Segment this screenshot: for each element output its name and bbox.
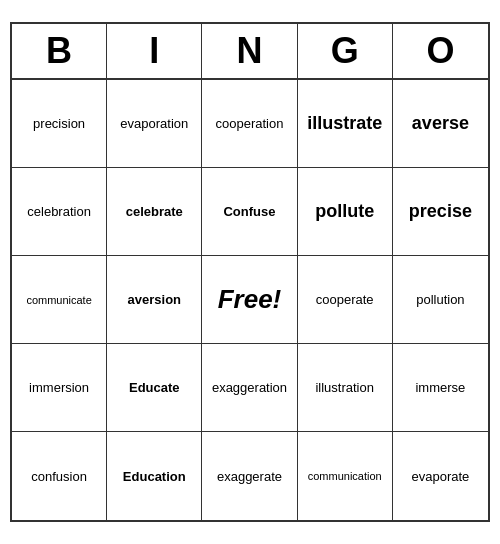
bingo-cell-1: evaporation: [107, 80, 202, 168]
bingo-cell-8: pollute: [298, 168, 393, 256]
bingo-cell-7: Confuse: [202, 168, 297, 256]
bingo-cell-10: communicate: [12, 256, 107, 344]
bingo-cell-0: precision: [12, 80, 107, 168]
bingo-card: BINGO precisionevaporationcooperationill…: [10, 22, 490, 522]
bingo-header: BINGO: [12, 24, 488, 80]
bingo-cell-24: evaporate: [393, 432, 488, 520]
bingo-cell-22: exaggerate: [202, 432, 297, 520]
bingo-cell-20: confusion: [12, 432, 107, 520]
bingo-cell-4: averse: [393, 80, 488, 168]
bingo-cell-6: celebrate: [107, 168, 202, 256]
header-letter-g: G: [298, 24, 393, 78]
bingo-cell-17: exaggeration: [202, 344, 297, 432]
bingo-cell-23: communication: [298, 432, 393, 520]
bingo-cell-16: Educate: [107, 344, 202, 432]
header-letter-b: B: [12, 24, 107, 78]
bingo-cell-2: cooperation: [202, 80, 297, 168]
bingo-cell-21: Education: [107, 432, 202, 520]
bingo-cell-11: aversion: [107, 256, 202, 344]
bingo-cell-18: illustration: [298, 344, 393, 432]
bingo-cell-13: cooperate: [298, 256, 393, 344]
header-letter-i: I: [107, 24, 202, 78]
bingo-cell-19: immerse: [393, 344, 488, 432]
bingo-cell-3: illustrate: [298, 80, 393, 168]
bingo-cell-15: immersion: [12, 344, 107, 432]
header-letter-o: O: [393, 24, 488, 78]
header-letter-n: N: [202, 24, 297, 78]
bingo-cell-9: precise: [393, 168, 488, 256]
bingo-cell-5: celebration: [12, 168, 107, 256]
bingo-cell-14: pollution: [393, 256, 488, 344]
bingo-grid: precisionevaporationcooperationillustrat…: [12, 80, 488, 520]
bingo-cell-12: Free!: [202, 256, 297, 344]
